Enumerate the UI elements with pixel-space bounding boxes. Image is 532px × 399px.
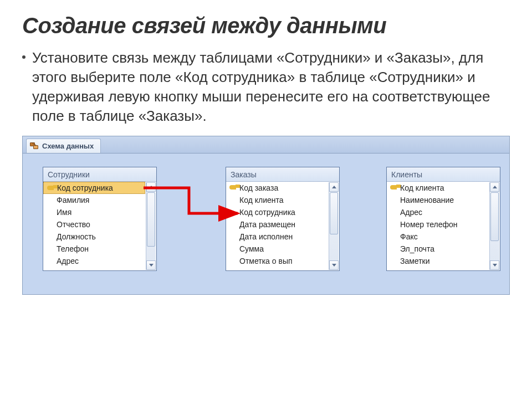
table-title: Заказы <box>226 167 339 182</box>
relationships-icon <box>30 142 39 150</box>
slide-title: Создание связей между данными <box>22 13 510 38</box>
field-list: Код заказа Код клиента Код сотрудника Да… <box>226 182 339 270</box>
scroll-thumb[interactable] <box>147 192 155 247</box>
scrollbar[interactable] <box>489 182 499 270</box>
table-clients[interactable]: Клиенты Код клиента Наименование Адрес Н… <box>386 167 500 271</box>
field-row[interactable]: Фамилия <box>43 194 145 206</box>
field-row-key-selected[interactable]: Код сотрудника <box>43 182 145 194</box>
scroll-down-button[interactable] <box>146 260 156 270</box>
field-row-key[interactable]: Код клиента <box>387 182 489 194</box>
field-row[interactable]: Код клиента <box>226 194 328 206</box>
chevron-up-icon <box>149 186 154 188</box>
scroll-down-button[interactable] <box>329 260 339 270</box>
scroll-thumb[interactable] <box>490 192 499 241</box>
chevron-up-icon <box>493 186 497 188</box>
access-screenshot: Схема данных Сотрудники Код сотрудника Ф… <box>22 136 510 295</box>
scroll-down-button[interactable] <box>490 260 499 270</box>
field-row[interactable]: Эл_почта <box>387 243 489 255</box>
scroll-thumb[interactable] <box>330 192 338 234</box>
field-list: Код сотрудника Фамилия Имя Отчество Долж… <box>43 182 156 270</box>
field-row[interactable]: Дата размещен <box>226 218 328 231</box>
chevron-up-icon <box>332 186 336 188</box>
slide-body-text: Установите связь между таблицами «Сотруд… <box>32 48 510 126</box>
scrollbar[interactable] <box>329 182 339 270</box>
field-row[interactable]: Отчество <box>43 218 145 231</box>
field-row[interactable]: Адрес <box>387 206 489 218</box>
chevron-down-icon <box>332 264 336 267</box>
field-row[interactable]: Адрес <box>43 255 145 267</box>
field-row-key[interactable]: Код заказа <box>226 182 328 194</box>
table-employees[interactable]: Сотрудники Код сотрудника Фамилия Имя От… <box>43 167 157 271</box>
document-tab-bar: Схема данных <box>23 136 509 154</box>
field-row[interactable]: Отметка о вып <box>226 255 328 267</box>
table-title: Клиенты <box>387 167 500 182</box>
field-row[interactable]: Телефон <box>43 243 145 255</box>
bullet-dot <box>22 55 25 59</box>
field-row[interactable]: Код сотрудника <box>226 206 328 218</box>
scroll-up-button[interactable] <box>490 182 499 192</box>
field-row[interactable]: Дата исполнен <box>226 231 328 243</box>
chevron-down-icon <box>149 264 154 267</box>
table-orders[interactable]: Заказы Код заказа Код клиента Код сотруд… <box>226 167 340 271</box>
scroll-up-button[interactable] <box>329 182 339 192</box>
bullet-row: Установите связь между таблицами «Сотруд… <box>22 48 510 126</box>
schema-tab[interactable]: Схема данных <box>26 139 101 153</box>
field-row[interactable]: Факс <box>387 231 489 243</box>
scroll-up-button[interactable] <box>146 182 156 192</box>
field-row[interactable]: Должность <box>43 231 145 243</box>
schema-tab-label: Схема данных <box>42 142 94 150</box>
chevron-down-icon <box>493 264 497 267</box>
relationships-canvas[interactable]: Сотрудники Код сотрудника Фамилия Имя От… <box>23 154 509 294</box>
scrollbar[interactable] <box>146 182 156 270</box>
field-row[interactable]: Заметки <box>387 255 489 267</box>
field-row[interactable]: Имя <box>43 206 145 218</box>
field-row[interactable]: Номер телефон <box>387 218 489 231</box>
field-list: Код клиента Наименование Адрес Номер тел… <box>387 182 500 270</box>
field-row[interactable]: Наименование <box>387 194 489 206</box>
field-row[interactable]: Сумма <box>226 243 328 255</box>
table-title: Сотрудники <box>43 167 156 182</box>
slide: Создание связей между данными Установите… <box>0 0 532 399</box>
